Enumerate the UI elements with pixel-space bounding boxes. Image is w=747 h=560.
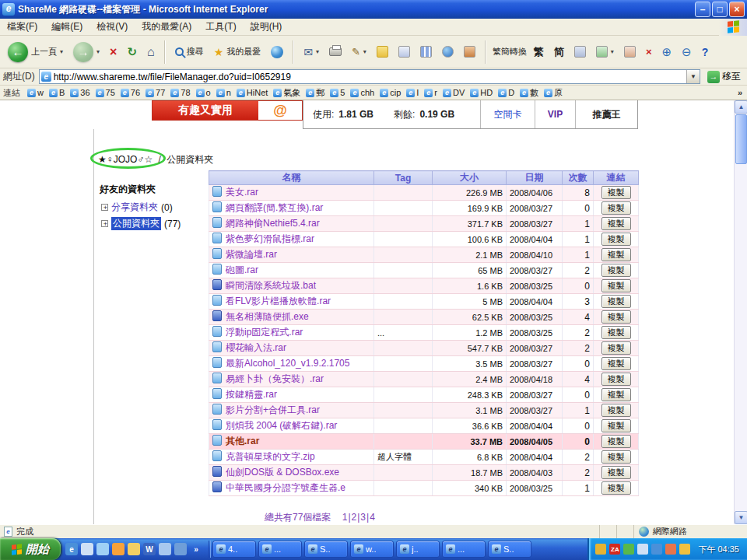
- mail-quicklaunch-icon[interactable]: [81, 543, 93, 555]
- help-button[interactable]: [699, 44, 712, 61]
- taskbar-window-button[interactable]: ew..: [350, 541, 394, 558]
- copy-button[interactable]: 複製: [601, 466, 631, 479]
- menu-item[interactable]: 工具(T): [198, 18, 243, 36]
- copy-button[interactable]: 複製: [601, 201, 631, 215]
- scroll-down-button[interactable]: [735, 511, 747, 524]
- column-header[interactable]: 名稱: [209, 171, 374, 185]
- sidebar-item-public-folder[interactable]: 公開資料夾 (77): [101, 217, 181, 230]
- tray-messenger-icon[interactable]: [623, 544, 634, 555]
- messenger-button[interactable]: [439, 44, 457, 60]
- links-bar-item[interactable]: en: [214, 86, 233, 100]
- calculator-button[interactable]: [395, 44, 413, 60]
- file-link[interactable]: 中華民國身分證字號產生器.e: [226, 482, 345, 493]
- links-bar-item[interactable]: e原: [542, 86, 565, 100]
- links-bar-item[interactable]: eI: [404, 86, 421, 100]
- breadcrumb-user[interactable]: ★♀JOJO♂☆: [98, 154, 153, 165]
- share-folder-link[interactable]: 分享資料夾: [111, 201, 158, 214]
- copy-button[interactable]: 複製: [601, 295, 631, 308]
- taskbar-window-button[interactable]: e...: [442, 541, 486, 558]
- file-link[interactable]: 砲圖.rar: [226, 264, 258, 275]
- page-link[interactable]: 4: [370, 512, 375, 523]
- links-bar-item[interactable]: ecip: [377, 86, 403, 100]
- file-link[interactable]: 紫色夢幻滑鼠指標.rar: [226, 233, 314, 244]
- links-bar-item[interactable]: e75: [93, 86, 117, 100]
- print-button[interactable]: [326, 45, 345, 58]
- start-button[interactable]: 開始: [0, 538, 61, 560]
- tool-button-2[interactable]: ▾: [593, 44, 617, 60]
- space-card-link[interactable]: 空間卡: [480, 100, 535, 128]
- links-bar-item[interactable]: er: [422, 86, 440, 100]
- edit-button[interactable]: ✎ ▾: [349, 44, 370, 60]
- tool-button-1[interactable]: [571, 44, 589, 60]
- simplified-chinese-button[interactable]: 简: [551, 44, 567, 61]
- tray-volume-icon[interactable]: [637, 544, 648, 555]
- links-bar-item[interactable]: eB: [47, 86, 67, 100]
- file-link[interactable]: 其他.rar: [226, 436, 259, 446]
- breadcrumb-folder[interactable]: 公開資料夾: [167, 154, 213, 165]
- column-header[interactable]: 次數: [563, 171, 594, 185]
- copy-button[interactable]: 複製: [601, 248, 631, 261]
- page-link[interactable]: 2: [352, 512, 357, 523]
- copy-button[interactable]: 複製: [601, 404, 631, 417]
- taskbar-window-button[interactable]: e...: [258, 541, 302, 558]
- menu-item[interactable]: 檢視(V): [89, 18, 135, 36]
- file-link[interactable]: 浮動ip固定程式.rar: [226, 327, 303, 338]
- tray-antivirus-icon[interactable]: [665, 544, 676, 555]
- search-button[interactable]: 搜尋: [172, 44, 207, 60]
- links-bar-item[interactable]: e36: [68, 86, 92, 100]
- back-dropdown-icon[interactable]: ▾: [60, 48, 63, 55]
- tree-expand-icon[interactable]: [101, 220, 108, 227]
- tray-shield-icon[interactable]: [595, 544, 606, 555]
- back-button[interactable]: ← 上一頁 ▾: [5, 40, 66, 65]
- copy-button[interactable]: 複製: [601, 357, 631, 370]
- word-quicklaunch-icon[interactable]: W: [143, 543, 156, 555]
- app-quicklaunch-icon-1[interactable]: [159, 543, 171, 555]
- taskbar-window-button[interactable]: eS..: [304, 541, 348, 558]
- file-link[interactable]: 克普頓星球的文字.zip: [226, 451, 315, 462]
- copy-button[interactable]: 複製: [601, 450, 631, 464]
- links-bar-item[interactable]: ew: [25, 86, 46, 100]
- file-link[interactable]: 紫微論壇.rar: [226, 249, 277, 260]
- maximize-button[interactable]: [712, 2, 728, 17]
- app-quicklaunch-icon-2[interactable]: [174, 543, 187, 555]
- folder-quicklaunch-icon[interactable]: [128, 543, 140, 555]
- tray-network-icon[interactable]: [651, 544, 662, 555]
- links-bar-item[interactable]: e數: [517, 86, 541, 100]
- referral-link[interactable]: 推薦王: [575, 100, 637, 128]
- copy-button[interactable]: 複製: [601, 233, 631, 246]
- mail-button[interactable]: ✉ ▾: [300, 44, 322, 61]
- copy-button[interactable]: 複製: [601, 341, 631, 355]
- go-button[interactable]: 移至: [704, 70, 744, 83]
- menu-item[interactable]: 我的最愛(A): [135, 18, 198, 36]
- taskbar-window-button[interactable]: eS..: [488, 541, 531, 558]
- copy-button[interactable]: 複製: [601, 279, 631, 292]
- copy-button[interactable]: 複製: [601, 217, 631, 230]
- tool-button-3[interactable]: [621, 44, 639, 60]
- column-header[interactable]: 大小: [433, 171, 507, 185]
- media-player-icon[interactable]: [112, 543, 124, 555]
- file-link[interactable]: 網頁翻譯(簡.繁互換).rar: [226, 202, 323, 213]
- links-bar-item[interactable]: e郵: [303, 86, 327, 100]
- home-button[interactable]: ⌂: [144, 43, 158, 61]
- links-bar-item[interactable]: eHiNet: [234, 86, 271, 100]
- menu-item[interactable]: 檔案(F): [0, 18, 44, 36]
- copy-button[interactable]: 複製: [601, 326, 631, 339]
- file-link[interactable]: 無名相薄隨便抓.exe: [226, 311, 309, 322]
- tool-dropdown-icon[interactable]: ▾: [611, 48, 614, 55]
- links-bar-item[interactable]: echh: [348, 86, 377, 100]
- file-link[interactable]: 最新Alcohol_120_v1.9.2.1705: [226, 358, 349, 369]
- file-link[interactable]: 別煩我 2004 (破解右鍵).rar: [226, 420, 337, 431]
- links-bar-item[interactable]: eD: [496, 86, 517, 100]
- ad-banner[interactable]: 有趣又實用 @: [152, 100, 303, 121]
- block-button[interactable]: ×: [643, 44, 655, 60]
- forward-dropdown-icon[interactable]: ▾: [96, 48, 100, 55]
- file-link[interactable]: 網路神偷Nethief5.4.rar: [226, 218, 320, 229]
- tray-zonealarm-icon[interactable]: ZA: [609, 544, 620, 555]
- minimize-button[interactable]: [695, 2, 710, 17]
- taskbar-window-button[interactable]: e4..: [212, 541, 256, 558]
- grid-tool-button[interactable]: [417, 44, 435, 60]
- media-button[interactable]: [268, 44, 286, 61]
- file-link[interactable]: 看FLV影片檔播放軟體.rar: [226, 296, 331, 306]
- menu-item[interactable]: 編輯(E): [44, 18, 89, 36]
- sidebar-item-share-folder[interactable]: 分享資料夾 (0): [101, 201, 173, 214]
